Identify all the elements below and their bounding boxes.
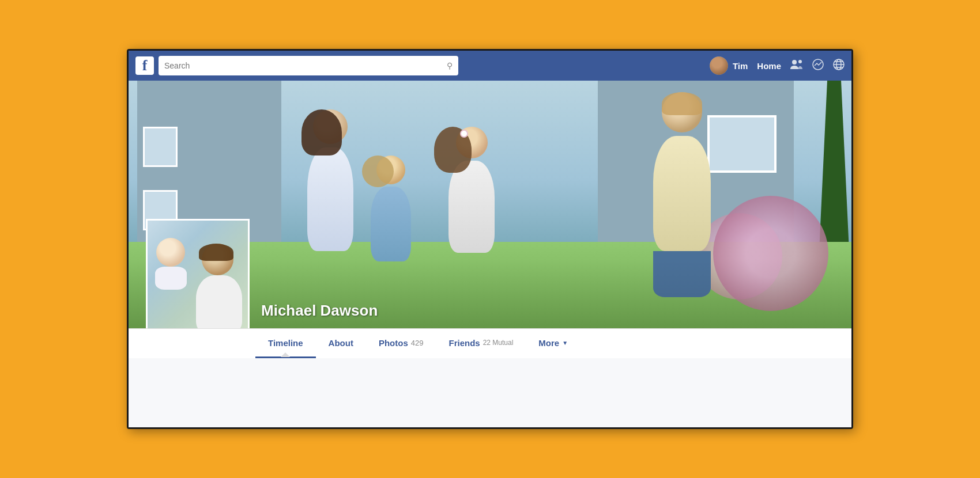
profile-tabs: Timeline About Photos 429 Friends 22 Mut… — [129, 328, 851, 358]
tab-about[interactable]: About — [316, 329, 366, 358]
browser-window: f ⚲ Tim Home — [127, 49, 853, 429]
svg-point-1 — [798, 60, 802, 63]
cover-photo: Michael Dawson — [129, 81, 851, 328]
search-input[interactable] — [164, 61, 447, 70]
nav-user[interactable]: Tim — [710, 56, 748, 75]
tab-friends[interactable]: Friends 22 Mutual — [436, 329, 526, 358]
nav-right: Tim Home — [710, 56, 845, 75]
navbar: f ⚲ Tim Home — [129, 51, 851, 81]
profile-area: Michael Dawson Timeline About Photos 429… — [129, 81, 851, 427]
chevron-down-icon: ▼ — [562, 340, 568, 346]
facebook-logo: f — [135, 56, 154, 75]
svg-point-0 — [792, 60, 797, 65]
globe-icon[interactable] — [833, 59, 845, 73]
nav-username: Tim — [733, 61, 748, 71]
tab-more[interactable]: More ▼ — [526, 329, 581, 358]
ground-area — [129, 358, 851, 427]
avatar — [710, 56, 728, 75]
nav-home-link[interactable]: Home — [757, 61, 781, 71]
friends-icon[interactable] — [790, 59, 803, 73]
search-bar: ⚲ — [159, 56, 458, 75]
messenger-icon[interactable] — [812, 59, 824, 73]
tab-timeline[interactable]: Timeline — [255, 329, 316, 358]
tab-photos[interactable]: Photos 429 — [366, 329, 436, 358]
profile-picture[interactable] — [146, 219, 250, 328]
profile-name-cover: Michael Dawson — [261, 302, 378, 320]
search-icon: ⚲ — [447, 61, 453, 70]
